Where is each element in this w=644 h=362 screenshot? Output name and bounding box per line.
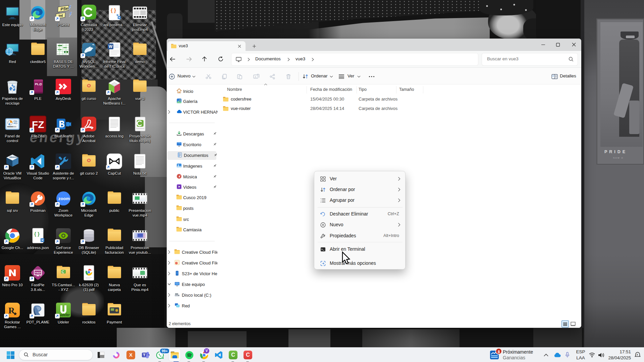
svg-text:ORACLE: ORACLE <box>9 156 18 158</box>
svg-text:{ }: { } <box>34 231 40 237</box>
svg-text:zoom: zoom <box>58 196 70 201</box>
svg-text:PL@: PL@ <box>35 82 42 86</box>
svg-text:FAST: FAST <box>35 272 42 274</box>
svg-text:z: z <box>637 353 638 356</box>
svg-text:R: R <box>8 306 15 315</box>
svg-text:A: A <box>255 75 257 78</box>
svg-text:X: X <box>65 51 67 54</box>
svg-text:W: W <box>109 44 113 49</box>
svg-text:{ }: { } <box>111 7 116 13</box>
svg-text:udeler: udeler <box>60 313 70 317</box>
